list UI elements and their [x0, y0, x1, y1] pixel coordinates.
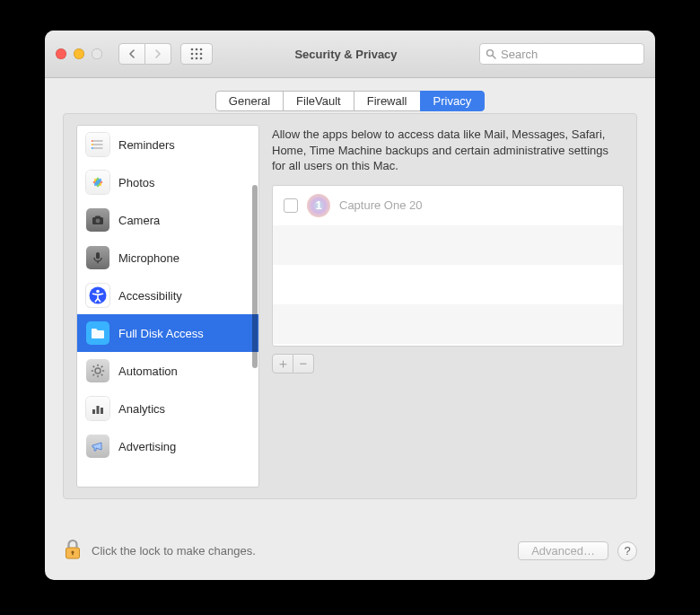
svg-point-16 [92, 147, 93, 149]
sidebar-item-label: Photos [118, 176, 154, 189]
svg-point-28 [95, 368, 101, 373]
sidebar-item-photos[interactable]: Photos [77, 163, 258, 201]
sidebar-item-label: Automation [118, 365, 178, 378]
svg-point-0 [191, 48, 194, 51]
svg-point-27 [96, 290, 100, 294]
camera-icon [86, 208, 109, 232]
svg-point-1 [196, 48, 198, 51]
svg-point-6 [191, 57, 194, 60]
svg-line-35 [101, 366, 103, 368]
sidebar-item-label: Microphone [118, 251, 179, 265]
plus-icon: ＋ [276, 356, 290, 370]
folder-icon [86, 321, 109, 345]
accessibility-icon [86, 284, 109, 307]
zoom-window[interactable] [92, 48, 102, 59]
back-button[interactable] [118, 43, 145, 65]
megaphone-icon [86, 435, 109, 458]
svg-point-8 [200, 57, 203, 60]
capture-one-icon: 1 [307, 194, 330, 217]
tab-firewall[interactable]: Firewall [354, 91, 421, 111]
tab-filevault[interactable]: FileVault [283, 91, 354, 111]
svg-point-5 [200, 53, 203, 56]
svg-point-2 [200, 48, 203, 51]
add-app-button[interactable]: ＋ [272, 354, 293, 373]
sidebar-item-accessibility[interactable]: Accessibility [77, 277, 258, 314]
tab-general[interactable]: General [215, 91, 284, 111]
sidebar-item-camera[interactable]: Camera [77, 201, 258, 239]
help-button[interactable]: ? [617, 541, 637, 561]
app-row-empty [273, 304, 623, 344]
show-all-button[interactable] [180, 43, 213, 65]
sidebar-item-label: Accessibility [118, 289, 182, 303]
svg-line-33 [93, 366, 95, 368]
svg-rect-23 [95, 216, 101, 218]
svg-point-7 [196, 57, 198, 60]
svg-rect-42 [72, 552, 74, 555]
add-remove-buttons: ＋ − [272, 354, 624, 373]
svg-point-9 [487, 50, 494, 57]
chevron-right-icon [154, 49, 162, 58]
minimize-window[interactable] [74, 48, 84, 59]
sidebar-item-automation[interactable]: Automation [77, 352, 258, 390]
sidebar-item-label: Full Disk Access [118, 327, 204, 340]
tab-privacy[interactable]: Privacy [420, 91, 486, 111]
nav-buttons [118, 43, 171, 65]
search-field[interactable]: Search [479, 43, 644, 65]
footer: Click the lock to make changes. Advanced… [63, 538, 637, 564]
window-toolbar: Security & Privacy Search [45, 31, 655, 78]
tab-bar: General FileVault Firewall Privacy [45, 91, 655, 111]
sidebar-item-label: Advertising [118, 440, 176, 453]
app-row[interactable]: 1 Capture One 20 [273, 186, 623, 225]
content-frame: Reminders Photos [63, 113, 637, 499]
svg-line-36 [93, 374, 95, 376]
sidebar-item-advertising[interactable]: Advertising [77, 427, 258, 465]
reminders-icon [86, 133, 109, 156]
svg-line-34 [101, 374, 103, 376]
photos-icon [86, 171, 109, 194]
svg-point-22 [96, 219, 101, 224]
svg-point-3 [191, 53, 194, 56]
svg-rect-39 [101, 408, 103, 414]
lock-text: Click the lock to make changes. [92, 544, 256, 558]
category-sidebar[interactable]: Reminders Photos [76, 125, 259, 488]
sidebar-item-label: Reminders [118, 138, 175, 152]
forward-button[interactable] [145, 43, 171, 65]
sidebar-item-label: Analytics [118, 402, 165, 416]
microphone-icon [86, 246, 109, 269]
window-title: Security & Privacy [222, 48, 470, 61]
description-text: Allow the apps below to access data like… [272, 125, 624, 185]
sidebar-item-microphone[interactable]: Microphone [77, 239, 258, 277]
grid-icon [190, 48, 203, 60]
app-label: Capture One 20 [339, 198, 423, 212]
search-placeholder: Search [501, 48, 538, 61]
app-icon-glyph: 1 [315, 198, 321, 212]
svg-rect-24 [96, 252, 100, 259]
svg-line-10 [493, 56, 495, 58]
svg-point-15 [92, 144, 93, 145]
app-row-empty [273, 225, 623, 265]
svg-point-4 [196, 53, 198, 56]
close-window[interactable] [56, 48, 66, 59]
remove-app-button[interactable]: − [293, 354, 314, 373]
svg-rect-37 [92, 409, 95, 414]
scrollbar-thumb[interactable] [252, 185, 258, 368]
lock-icon[interactable] [63, 538, 83, 564]
svg-rect-38 [97, 406, 100, 414]
sidebar-item-reminders[interactable]: Reminders [77, 126, 258, 163]
sidebar-item-analytics[interactable]: Analytics [77, 390, 258, 427]
chevron-left-icon [128, 49, 136, 58]
minus-icon: − [300, 356, 308, 370]
bar-chart-icon [86, 397, 109, 420]
app-row-empty [273, 265, 623, 304]
app-checkbox[interactable] [284, 198, 298, 213]
advanced-button[interactable]: Advanced… [518, 541, 608, 560]
traffic-lights [56, 48, 102, 59]
gear-icon [86, 359, 109, 382]
svg-point-14 [92, 140, 93, 142]
sidebar-item-label: Camera [118, 214, 160, 227]
search-icon [486, 48, 496, 59]
sidebar-item-full-disk-access[interactable]: Full Disk Access [77, 314, 258, 352]
app-list: 1 Capture One 20 [272, 185, 624, 347]
right-pane: Allow the apps below to access data like… [272, 125, 624, 488]
preferences-window: Security & Privacy Search General FileVa… [45, 31, 655, 580]
